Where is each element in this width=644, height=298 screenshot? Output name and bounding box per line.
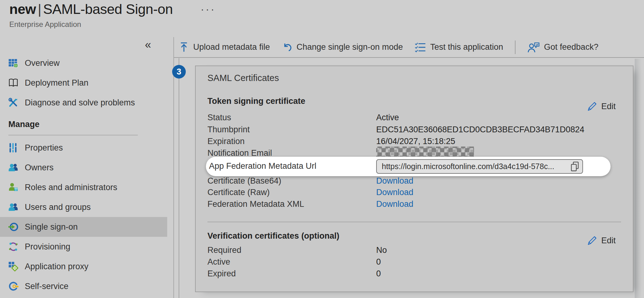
more-menu-icon[interactable]: ··· xyxy=(201,3,216,15)
sidebar-item-diagnose[interactable]: Diagnose and solve problems xyxy=(0,93,167,113)
sliders-icon xyxy=(8,143,19,153)
toolbar-item-label: Upload metadata file xyxy=(193,42,270,52)
key-icon xyxy=(8,281,19,292)
metadata-url-input[interactable] xyxy=(376,159,583,174)
sidebar-item-label: Deployment Plan xyxy=(25,78,89,88)
app-name: new xyxy=(9,1,36,17)
edit-token-certificate-button[interactable]: Edit xyxy=(586,101,616,112)
sidebar-item-properties[interactable]: Properties xyxy=(0,138,167,158)
got-feedback-button[interactable]: Got feedback? xyxy=(527,42,598,53)
table-row-thumbprint: Thumbprint EDC51A30E36068ED1CD0CDB3BECFA… xyxy=(196,125,633,135)
people-icon xyxy=(8,162,19,173)
sidebar-item-label: Users and groups xyxy=(25,202,91,212)
stepper-line xyxy=(179,58,179,298)
upload-icon xyxy=(179,42,189,53)
app-federation-metadata-url-label: App Federation Metadata Url xyxy=(209,161,316,171)
table-row-expiration: Expiration 16/04/2027, 15:18:25 xyxy=(196,137,633,147)
table-row-federation-metadata-xml: Federation Metadata XML Download xyxy=(196,199,633,210)
toolbar-item-label: Test this application xyxy=(430,42,503,52)
collapse-sidebar-icon[interactable]: « xyxy=(145,38,151,51)
edit-label: Edit xyxy=(601,236,616,245)
sidebar-item-label: Overview xyxy=(25,58,60,68)
sidebar-nav: Overview Deployment Plan Diagnose and so… xyxy=(0,53,167,296)
title-separator: | xyxy=(36,1,43,17)
step-3-badge: 3 xyxy=(172,65,186,79)
overview-grid-icon xyxy=(8,58,19,68)
sidebar-item-roles-administrators[interactable]: Roles and administrators xyxy=(0,177,167,197)
tools-icon xyxy=(8,97,19,108)
toolbar-separator xyxy=(515,40,516,54)
pencil-icon xyxy=(586,101,598,112)
toolbar-item-label: Got feedback? xyxy=(544,42,598,52)
sidebar-item-users-groups[interactable]: Users and groups xyxy=(0,197,167,217)
sidebar-item-provisioning[interactable]: Provisioning xyxy=(0,237,167,257)
change-sso-mode-button[interactable]: Change single sign-on mode xyxy=(282,42,403,53)
sidebar-item-label: Owners xyxy=(25,163,54,172)
command-bar: Upload metadata file Change single sign-… xyxy=(174,37,644,58)
app-federation-metadata-url-row: App Federation Metadata Url xyxy=(206,157,611,176)
token-signing-heading: Token signing certificate xyxy=(207,96,305,106)
sidebar-item-overview[interactable]: Overview xyxy=(0,53,167,73)
download-link[interactable]: Download xyxy=(376,199,413,209)
app-proxy-icon xyxy=(8,261,19,272)
sidebar-item-owners[interactable]: Owners xyxy=(0,158,167,177)
sidebar-item-deployment-plan[interactable]: Deployment Plan xyxy=(0,73,167,93)
right-edge-shadow xyxy=(635,59,644,298)
sidebar-item-label: Roles and administrators xyxy=(25,183,117,192)
sidebar-item-self-service[interactable]: Self-service xyxy=(0,276,167,296)
edit-verification-certificates-button[interactable]: Edit xyxy=(586,235,616,246)
sidebar-item-label: Provisioning xyxy=(25,242,70,252)
book-icon xyxy=(8,78,19,88)
copy-icon[interactable] xyxy=(569,161,581,172)
verification-certificates-heading: Verification certificates (optional) xyxy=(207,231,339,241)
sidebar-item-label: Application proxy xyxy=(25,262,89,271)
sidebar-divider xyxy=(8,135,138,135)
sidebar-item-application-proxy[interactable]: Application proxy xyxy=(0,257,167,276)
sidebar-item-label: Diagnose and solve problems xyxy=(25,98,135,108)
sidebar-item-label: Single sign-on xyxy=(25,222,78,232)
page-title: new|SAML-based Sign-on xyxy=(9,1,173,17)
saml-certificates-card: SAML Certificates Token signing certific… xyxy=(195,66,633,292)
sidebar-item-single-sign-on[interactable]: Single sign-on xyxy=(0,217,167,237)
checklist-icon xyxy=(415,42,426,52)
sidebar: « Overview Deployment Plan Diagnose and … xyxy=(0,37,174,298)
sidebar-item-label: Self-service xyxy=(25,282,68,291)
metadata-url-field-wrap xyxy=(376,159,583,174)
test-application-button[interactable]: Test this application xyxy=(415,42,503,52)
table-row-certificate-raw: Certificate (Raw) Download xyxy=(196,188,633,198)
section-divider xyxy=(207,222,621,222)
sidebar-item-label: Properties xyxy=(25,143,63,153)
people-icon xyxy=(8,202,19,212)
toolbar-item-label: Change single sign-on mode xyxy=(297,42,403,52)
provisioning-sync-icon xyxy=(8,241,19,252)
page-title-text: SAML-based Sign-on xyxy=(43,1,173,17)
page-subtitle: Enterprise Application xyxy=(9,20,173,29)
table-row-certificate-base64: Certificate (Base64) Download xyxy=(196,176,633,187)
upload-metadata-button[interactable]: Upload metadata file xyxy=(179,42,270,53)
table-row-required: Required No xyxy=(196,245,633,256)
feedback-person-icon xyxy=(527,42,540,53)
sign-in-icon xyxy=(8,222,19,232)
download-link[interactable]: Download xyxy=(376,188,413,197)
undo-arrow-icon xyxy=(282,42,292,53)
table-row-expired: Expired 0 xyxy=(196,269,633,279)
edit-label: Edit xyxy=(601,102,616,111)
role-person-icon xyxy=(8,182,19,193)
card-title: SAML Certificates xyxy=(207,73,279,83)
pencil-icon xyxy=(586,235,598,246)
page-header: new|SAML-based Sign-on Enterprise Applic… xyxy=(9,1,173,29)
sidebar-manage-header: Manage xyxy=(0,113,167,132)
table-row-active: Active 0 xyxy=(196,257,633,268)
table-row-status: Status Active xyxy=(196,113,633,123)
download-link[interactable]: Download xyxy=(376,176,413,186)
